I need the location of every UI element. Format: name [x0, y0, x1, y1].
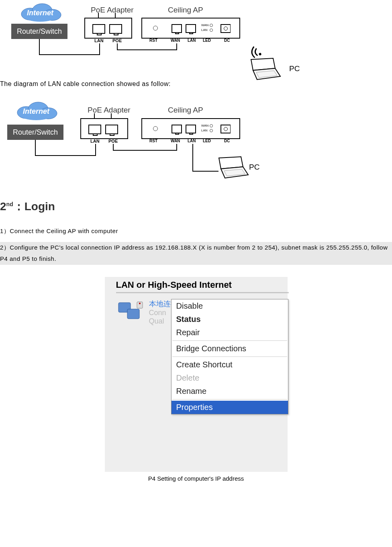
- menu-separator: [172, 356, 287, 357]
- poe-adapter-box: [80, 118, 128, 139]
- section-heading-login: 2nd：Login: [0, 199, 392, 214]
- internet-text: Internet: [27, 9, 54, 17]
- laptop-icon: [245, 56, 281, 80]
- menu-separator: [172, 340, 287, 341]
- ap-led-label: LED: [203, 139, 211, 143]
- poe-poe-label: POE: [112, 38, 122, 43]
- ceiling-ap-box: WAN LAN: [141, 118, 240, 139]
- svg-point-4: [259, 53, 261, 55]
- ap-lan-label: LAN: [188, 139, 196, 143]
- network-adapter-icon: [117, 301, 145, 328]
- poe-lan-label: LAN: [90, 139, 100, 143]
- router-switch-box: Router/Switch: [7, 125, 63, 140]
- menu-disable[interactable]: Disable: [172, 299, 288, 313]
- ap-rst-label: RST: [149, 139, 157, 143]
- p4-caption: P4 Setting of computer's IP address: [0, 475, 392, 482]
- poe-adapter-box: [84, 18, 132, 39]
- svg-text:Internet: Internet: [23, 107, 50, 115]
- p4-screenshot: LAN or High-Speed Internet 本地连接 Conn Qua…: [105, 277, 288, 472]
- pc-label: PC: [289, 64, 300, 73]
- menu-status[interactable]: Status: [172, 313, 288, 326]
- step-2-text: 2）Configure the PC's local connection IP…: [0, 242, 392, 265]
- poe-lan-label: LAN: [94, 38, 104, 43]
- ap-led-label: LED: [203, 38, 211, 43]
- svg-point-13: [139, 303, 141, 304]
- menu-separator: [172, 399, 287, 399]
- poe-adapter-label: PoE Adapter: [91, 6, 134, 14]
- ceiling-ap-box: WAN LAN: [141, 18, 240, 39]
- context-menu: Disable Status Repair Bridge Connections…: [171, 299, 288, 414]
- ceiling-ap-label: Ceiling AP: [168, 106, 203, 115]
- menu-properties[interactable]: Properties: [172, 401, 288, 414]
- ap-lan-label: LAN: [188, 38, 196, 43]
- ap-wan-label: WAN: [171, 38, 180, 43]
- diagram-lan-cable: Internet Router/Switch PoE Adapter Ceili…: [0, 92, 392, 177]
- lan-section-title: LAN or High-Speed Internet: [116, 280, 232, 290]
- followup-text: The diagram of LAN cable connection show…: [0, 80, 392, 88]
- ap-dc-label: DC: [224, 38, 230, 43]
- internet-cloud: Internet: [16, 2, 64, 22]
- menu-bridge[interactable]: Bridge Connections: [172, 342, 288, 355]
- menu-delete: Delete: [172, 371, 288, 385]
- router-switch-box: Router/Switch: [11, 24, 67, 39]
- diagram-poe-wireless: Internet Router/Switch PoE Adapter Ceili…: [0, 0, 392, 80]
- laptop-icon: [213, 155, 249, 179]
- pc-label: PC: [249, 163, 259, 172]
- menu-rename[interactable]: Rename: [172, 385, 288, 398]
- menu-create-shortcut[interactable]: Create Shortcut: [172, 358, 288, 371]
- ceiling-ap-label: Ceiling AP: [168, 6, 203, 14]
- internet-cloud: Internet: [12, 100, 60, 121]
- ap-wan-label: WAN: [171, 139, 180, 143]
- ap-rst-label: RST: [149, 38, 157, 43]
- ap-dc-label: DC: [224, 139, 230, 143]
- poe-poe-label: POE: [108, 139, 118, 143]
- svg-rect-11: [127, 309, 139, 319]
- menu-repair[interactable]: Repair: [172, 326, 288, 339]
- step-1-text: 1）Connect the Ceiling AP with computer: [0, 225, 392, 237]
